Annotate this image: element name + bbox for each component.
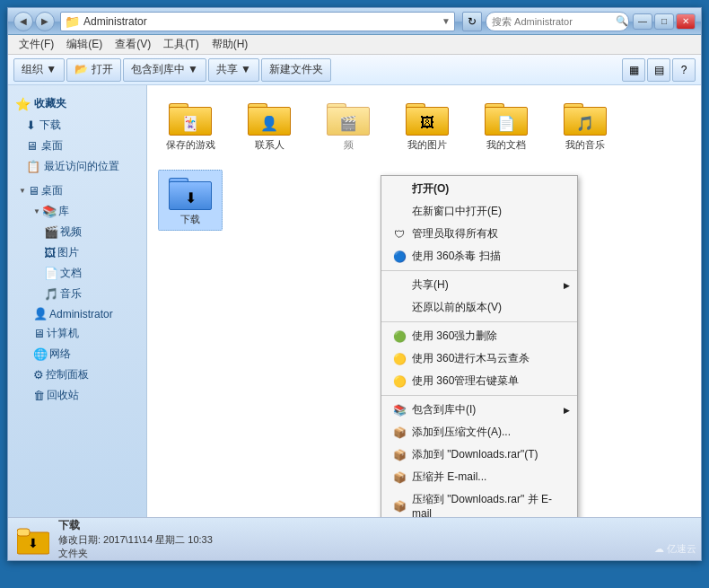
ctx-item-addzip[interactable]: 📦 添加到压缩文件(A)... [381, 421, 577, 443]
organize-button[interactable]: 组织 ▼ [13, 58, 65, 82]
folder-overlay-icon: 👤 [260, 115, 278, 132]
sidebar-item-doc-label: 文档 [60, 266, 82, 281]
ctx-open-new-icon [392, 205, 407, 219]
menu-file[interactable]: 文件(F) [13, 35, 59, 54]
sidebar-item-doc[interactable]: 📄 文档 [33, 263, 146, 284]
sidebar-item-desktop2[interactable]: ▼ 🖥 桌面 [8, 180, 146, 201]
sidebar-item-library[interactable]: ▼ 📚 库 [22, 201, 146, 222]
new-folder-button[interactable]: 新建文件夹 [261, 58, 331, 82]
back-button[interactable]: ◀ [13, 12, 33, 31]
file-label: 我的图片 [407, 138, 447, 152]
menu-edit[interactable]: 编辑(E) [61, 35, 108, 54]
include-library-button[interactable]: 包含到库中 ▼ [123, 58, 206, 82]
forward-button[interactable]: ▶ [35, 12, 55, 31]
share-button[interactable]: 共享 ▼ [208, 58, 259, 82]
address-bar[interactable]: 📁 Administrator ▼ [60, 12, 455, 31]
file-label: 频 [344, 138, 354, 152]
ctx-item-360scan[interactable]: 🔵 使用 360杀毒 扫描 [381, 245, 577, 268]
recycle-icon: 🗑 [33, 389, 45, 402]
ctx-restore-label: 还原以前的版本(V) [412, 300, 502, 315]
sidebar-item-network-label: 网络 [49, 347, 71, 362]
sidebar: ⭐ 收藏夹 ⬇ 下载 🖥 桌面 📋 最近访问的位置 ▼ [8, 85, 147, 517]
folder-icon: 🃏 [169, 100, 212, 136]
ctx-item-admin-take[interactable]: 🛡 管理员取得所有权 [381, 223, 577, 245]
content-area: ⭐ 收藏夹 ⬇ 下载 🖥 桌面 📋 最近访问的位置 ▼ [8, 85, 701, 517]
context-menu: 打开(O) 在新窗口中打开(E) 🛡 管理员取得所有权 🔵 使用 360杀毒 扫… [381, 175, 578, 517]
ctx-item-360del[interactable]: 🟢 使用 360强力删除 [381, 325, 577, 347]
ctx-include-icon: 📚 [392, 403, 407, 417]
sidebar-item-admin[interactable]: 👤 Administrator [22, 304, 146, 323]
status-detail: 修改日期: 2017\11\14 星期二 10:33 [58, 533, 692, 547]
sidebar-item-network[interactable]: 🌐 网络 [22, 344, 146, 364]
ctx-open-icon [392, 182, 407, 197]
folder-body: 🎵 [564, 107, 607, 136]
ctx-item-360menu[interactable]: 🟡 使用 360管理右键菜单 [381, 370, 577, 392]
star-icon: ⭐ [15, 97, 31, 111]
desktop-section: ▼ 🖥 桌面 ▼ 📚 库 🎬 视频 🖼 图片 � [8, 180, 146, 406]
folder-icon: 🎬 [327, 100, 370, 136]
menu-tools[interactable]: 工具(T) [158, 35, 204, 54]
ctx-sep-3 [381, 395, 577, 396]
ctx-item-share[interactable]: 共享(H) [381, 274, 577, 296]
file-item[interactable]: 🃏 保存的游戏 [158, 96, 223, 155]
sidebar-item-control[interactable]: ⚙ 控制面板 [22, 364, 146, 385]
ctx-item-open[interactable]: 打开(O) [381, 178, 577, 200]
sidebar-item-video[interactable]: 🎬 视频 [33, 222, 146, 242]
ctx-item-open-new[interactable]: 在新窗口中打开(E) [381, 200, 577, 223]
window-controls: — □ ✕ [633, 13, 696, 30]
file-label: 我的文档 [486, 138, 526, 152]
menu-help[interactable]: 帮助(H) [206, 35, 254, 54]
ctx-item-addrar[interactable]: 📦 添加到 "Downloads.rar"(T) [381, 443, 577, 466]
view-list-button[interactable]: ▤ [647, 58, 670, 82]
folder-body-selected: ⬇ [169, 181, 212, 210]
ctx-item-include[interactable]: 📚 包含到库中(I) [381, 399, 577, 421]
ctx-item-restore[interactable]: 还原以前的版本(V) [381, 296, 577, 319]
menu-view[interactable]: 查看(V) [109, 35, 156, 54]
file-item[interactable]: 🎬 频 [316, 96, 381, 155]
folder-body: 👤 [248, 107, 291, 136]
menubar: 文件(F) 编辑(E) 查看(V) 工具(T) 帮助(H) [8, 35, 701, 55]
sidebar-item-recycle[interactable]: 🗑 回收站 [22, 385, 146, 406]
status-name: 下载 [58, 518, 692, 533]
ctx-item-compress-email[interactable]: 📦 压缩并 E-mail... [381, 466, 577, 488]
sidebar-item-download[interactable]: ⬇ 下载 [8, 115, 146, 136]
sidebar-item-image[interactable]: 🖼 图片 [33, 242, 146, 263]
sidebar-item-desktop2-label: 桌面 [41, 183, 63, 198]
sidebar-item-music[interactable]: 🎵 音乐 [33, 284, 146, 304]
refresh-button[interactable]: ↻ [462, 12, 482, 31]
open-button[interactable]: 📂 打开 [66, 58, 120, 82]
address-dropdown-icon[interactable]: ▼ [442, 16, 451, 26]
maximize-button[interactable]: □ [654, 13, 674, 30]
sidebar-item-image-label: 图片 [57, 245, 79, 260]
close-button[interactable]: ✕ [676, 13, 696, 30]
sidebar-item-recycle-label: 回收站 [47, 388, 79, 403]
view-icon-button[interactable]: ▦ [622, 58, 645, 82]
folder-icon-selected: ⬇ [169, 174, 212, 210]
help-button[interactable]: ? [672, 58, 696, 82]
ctx-item-360trojan[interactable]: 🟡 使用 360进行木马云查杀 [381, 347, 577, 370]
minimize-button[interactable]: — [633, 13, 652, 30]
tree-arrow-icon: ▼ [19, 187, 26, 195]
sidebar-item-desktop[interactable]: 🖥 桌面 [8, 136, 146, 156]
file-item[interactable]: 🎵 我的音乐 [553, 96, 617, 155]
toolbar: 组织 ▼ 📂 打开 包含到库中 ▼ 共享 ▼ 新建文件夹 ▦ ▤ ? [8, 55, 701, 85]
music-icon: 🎵 [44, 287, 58, 301]
computer-icon: 🖥 [33, 327, 45, 340]
file-item[interactable]: 👤 联系人 [237, 96, 302, 155]
sidebar-item-computer[interactable]: 🖥 计算机 [22, 323, 146, 344]
sidebar-item-recent[interactable]: 📋 最近访问的位置 [8, 156, 146, 177]
file-item-selected[interactable]: ⬇ 下载 [158, 170, 223, 231]
file-item[interactable]: 🖼 我的图片 [395, 96, 460, 155]
file-item[interactable]: 📄 我的文档 [474, 96, 538, 155]
ctx-addzip-label: 添加到压缩文件(A)... [412, 425, 511, 440]
status-type: 文件夹 [58, 547, 692, 560]
ctx-share-icon [392, 278, 407, 293]
ctx-addzip-icon: 📦 [392, 426, 407, 440]
ctx-item-compress-rar-email[interactable]: 📦 压缩到 "Downloads.rar" 并 E-mail [381, 488, 577, 517]
search-bar[interactable]: 🔍 [486, 12, 629, 31]
folder-body: 🃏 [169, 107, 212, 136]
search-input[interactable] [492, 16, 616, 27]
sidebar-item-computer-label: 计算机 [47, 326, 79, 341]
download-icon: ⬇ [26, 118, 36, 132]
search-icon[interactable]: 🔍 [616, 15, 628, 27]
